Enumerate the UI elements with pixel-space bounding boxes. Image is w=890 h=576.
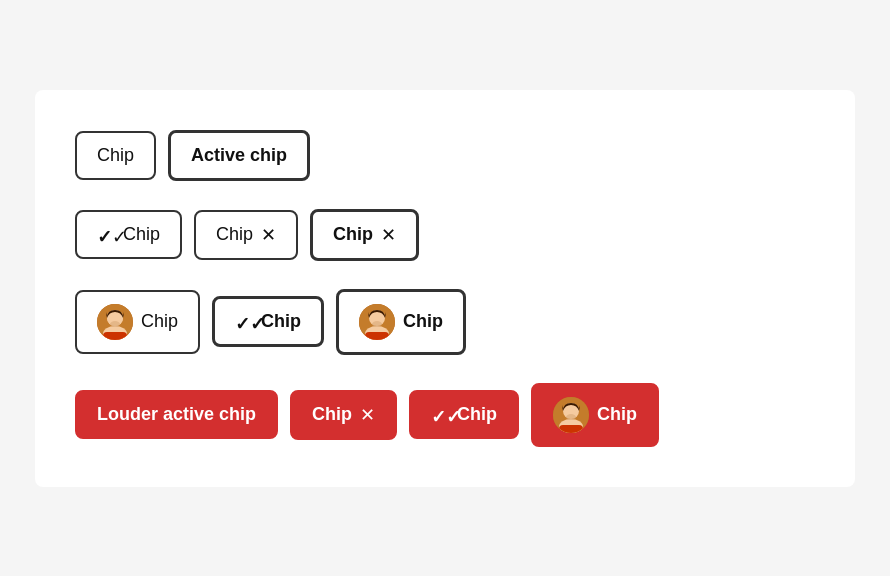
chip-close2[interactable]: Chip ✕ xyxy=(310,209,419,261)
check-icon: ✓ xyxy=(235,313,253,331)
svg-point-4 xyxy=(110,321,120,327)
chip-louder-check[interactable]: ✓ Chip xyxy=(409,390,519,439)
chip-label: Chip xyxy=(597,404,637,425)
check-icon: ✓ xyxy=(431,406,449,424)
avatar xyxy=(553,397,589,433)
chip-label: Chip xyxy=(457,404,497,425)
chip-row-2: ✓ Chip Chip ✕ Chip ✕ xyxy=(75,209,815,261)
chip-active[interactable]: Active chip xyxy=(168,130,310,181)
chip-label: Active chip xyxy=(191,145,287,166)
svg-point-14 xyxy=(566,414,576,420)
chip-basic[interactable]: Chip xyxy=(75,131,156,180)
svg-rect-5 xyxy=(103,332,127,340)
chip-louder-avatar[interactable]: Chip xyxy=(531,383,659,447)
chip-louder[interactable]: Louder active chip xyxy=(75,390,278,439)
chip-avatar1[interactable]: Chip xyxy=(75,290,200,354)
chip-label: Chip xyxy=(123,224,160,245)
avatar xyxy=(97,304,133,340)
close-icon[interactable]: ✕ xyxy=(381,224,396,246)
chip-label: Chip xyxy=(261,311,301,332)
chip-avatar2[interactable]: Chip xyxy=(336,289,466,355)
chip-close1[interactable]: Chip ✕ xyxy=(194,210,298,260)
chip-label: Chip xyxy=(216,224,253,245)
chip-row-4: Louder active chip Chip ✕ ✓ Chip xyxy=(75,383,815,447)
chip-label: Chip xyxy=(333,224,373,245)
chip-louder-close[interactable]: Chip ✕ xyxy=(290,390,397,440)
chip-label: Chip xyxy=(141,311,178,332)
chip-label: Chip xyxy=(312,404,352,425)
avatar xyxy=(359,304,395,340)
chip-check-avatar[interactable]: ✓ Chip xyxy=(212,296,324,347)
main-container: Chip Active chip ✓ Chip Chip ✕ Chip ✕ xyxy=(35,90,855,487)
chip-label: Louder active chip xyxy=(97,404,256,425)
close-icon[interactable]: ✕ xyxy=(360,404,375,426)
svg-rect-15 xyxy=(559,425,583,433)
svg-rect-10 xyxy=(365,332,389,340)
close-icon[interactable]: ✕ xyxy=(261,224,276,246)
svg-point-9 xyxy=(372,321,382,327)
chip-row-1: Chip Active chip xyxy=(75,130,815,181)
check-icon: ✓ xyxy=(97,226,115,244)
chip-check1[interactable]: ✓ Chip xyxy=(75,210,182,259)
chip-label: Chip xyxy=(403,311,443,332)
chip-row-3: Chip ✓ Chip Chip xyxy=(75,289,815,355)
chip-label: Chip xyxy=(97,145,134,166)
